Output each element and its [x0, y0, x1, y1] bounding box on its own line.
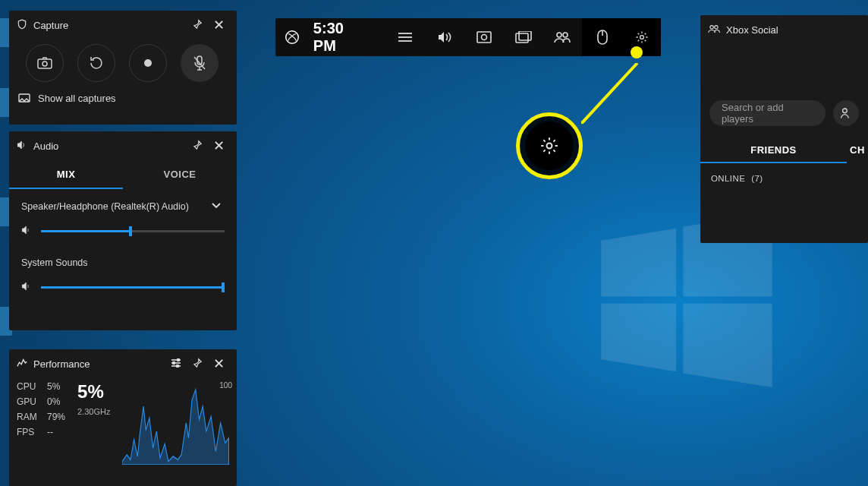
close-icon[interactable]: ✕: [208, 137, 229, 154]
svg-point-16: [640, 36, 643, 39]
widgets-menu-icon[interactable]: [385, 18, 425, 56]
speaker-small-icon: [21, 280, 32, 294]
clock: 5:30 PM: [309, 18, 385, 56]
tab-chat[interactable]: CH: [847, 138, 868, 163]
annotation-connector: [581, 63, 657, 124]
svg-point-18: [42, 62, 47, 66]
pin-icon[interactable]: [187, 19, 208, 32]
performance-big-value: 5%: [77, 381, 110, 402]
svg-rect-11: [519, 31, 531, 40]
chevron-down-icon[interactable]: [211, 201, 222, 212]
show-all-captures-link[interactable]: Show all captures: [9, 93, 237, 112]
svg-line-32: [581, 63, 637, 124]
volume-slider[interactable]: [41, 230, 225, 232]
social-widget-icon[interactable]: [543, 18, 583, 56]
volume-slider[interactable]: [41, 286, 225, 289]
record-last-button[interactable]: [77, 44, 115, 82]
audio-title: Audio: [33, 140, 187, 152]
svg-point-4: [286, 31, 299, 44]
close-icon[interactable]: ✕: [208, 17, 229, 33]
speaker-icon: [17, 140, 27, 152]
xbox-icon[interactable]: [275, 18, 309, 56]
screenshot-button[interactable]: [26, 44, 64, 82]
performance-panel: Performance ✕ CPU5% GPU0% RAM79% FPS-- 5…: [9, 349, 237, 486]
performance-icon: [17, 358, 27, 370]
annotation-dot: [631, 46, 643, 58]
add-player-button[interactable]: [833, 100, 859, 126]
mouse-toggle-icon[interactable]: [582, 18, 621, 56]
svg-point-9: [481, 35, 486, 40]
close-icon[interactable]: ✕: [208, 355, 229, 372]
speaker-small-icon: [21, 224, 32, 238]
capture-panel: Capture ✕ Show all captures: [9, 11, 237, 125]
record-start-button[interactable]: [129, 44, 167, 82]
audio-device-name: Speaker/Headphone (Realtek(R) Audio): [21, 201, 189, 212]
performance-graph: 100: [122, 381, 229, 465]
people-icon: [708, 24, 720, 36]
xbox-social-panel: Xbox Social Search or add players FRIEND…: [700, 15, 868, 243]
audio-device-name: System Sounds: [21, 257, 88, 268]
svg-point-30: [715, 25, 718, 28]
svg-point-13: [563, 33, 568, 37]
svg-point-28: [177, 364, 179, 367]
pin-icon[interactable]: [187, 140, 208, 153]
search-input[interactable]: Search or add players: [709, 100, 826, 126]
tab-voice[interactable]: VOICE: [123, 160, 237, 189]
tab-mix[interactable]: MIX: [9, 160, 123, 189]
performance-frequency: 2.30GHz: [77, 407, 110, 416]
svg-point-31: [843, 109, 848, 113]
svg-marker-2: [601, 304, 676, 372]
capture-widget-icon[interactable]: [464, 18, 504, 56]
overlay-toolbar: 5:30 PM: [275, 18, 661, 56]
social-online-section[interactable]: ONLINE (7): [700, 163, 868, 194]
audio-panel: Audio ✕ MIX VOICE Speaker/Headphone (Rea…: [9, 131, 237, 330]
annotation-circle: [516, 112, 583, 179]
svg-point-29: [710, 25, 713, 28]
options-icon[interactable]: [165, 358, 187, 370]
audio-widget-icon[interactable]: [425, 18, 464, 56]
svg-point-27: [173, 361, 175, 364]
svg-marker-3: [683, 304, 772, 387]
pin-icon[interactable]: [187, 358, 208, 371]
social-title: Xbox Social: [726, 24, 860, 36]
tab-friends[interactable]: FRIENDS: [700, 138, 847, 163]
svg-marker-0: [601, 229, 676, 297]
svg-point-12: [557, 33, 561, 37]
svg-rect-10: [516, 33, 528, 43]
svg-point-26: [178, 358, 180, 361]
capture-shield-icon: [17, 19, 27, 32]
svg-point-33: [547, 144, 552, 149]
svg-rect-17: [38, 59, 52, 68]
gear-icon: [539, 136, 559, 156]
svg-rect-8: [477, 32, 491, 43]
mic-mute-button[interactable]: [181, 44, 219, 82]
performance-title: Performance: [33, 358, 165, 370]
gallery-widget-icon[interactable]: [504, 18, 543, 56]
capture-title: Capture: [33, 20, 187, 31]
performance-stats: CPU5% GPU0% RAM79% FPS--: [17, 381, 65, 465]
svg-point-19: [144, 59, 152, 67]
